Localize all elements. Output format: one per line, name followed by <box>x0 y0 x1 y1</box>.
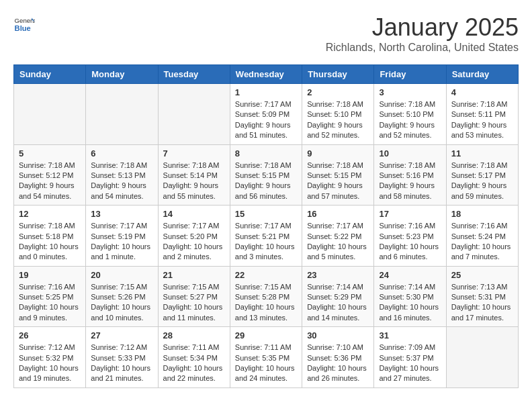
day-number: 9 <box>307 148 369 158</box>
title-section: January 2025 Richlands, North Carolina, … <box>326 13 519 54</box>
calendar-day-29: 29Sunrise: 7:11 AM Sunset: 5:35 PM Dayli… <box>230 327 302 388</box>
calendar-day-3: 3Sunrise: 7:18 AM Sunset: 5:10 PM Daylig… <box>374 84 446 145</box>
day-info: Sunrise: 7:15 AM Sunset: 5:27 PM Dayligh… <box>163 282 225 324</box>
day-number: 23 <box>307 270 369 280</box>
day-number: 1 <box>235 87 297 97</box>
calendar-day-7: 7Sunrise: 7:18 AM Sunset: 5:14 PM Daylig… <box>158 144 230 205</box>
day-info: Sunrise: 7:13 AM Sunset: 5:31 PM Dayligh… <box>451 282 513 324</box>
day-info: Sunrise: 7:18 AM Sunset: 5:17 PM Dayligh… <box>451 161 513 202</box>
weekday-header-monday: Monday <box>86 65 158 84</box>
location-subtitle: Richlands, North Carolina, United States <box>326 42 519 54</box>
calendar-empty-cell <box>158 84 230 145</box>
calendar-day-12: 12Sunrise: 7:18 AM Sunset: 5:18 PM Dayli… <box>14 205 86 267</box>
day-info: Sunrise: 7:10 AM Sunset: 5:36 PM Dayligh… <box>307 342 369 384</box>
calendar-week-row: 12Sunrise: 7:18 AM Sunset: 5:18 PM Dayli… <box>14 205 519 267</box>
generalblue-logo-icon: General Blue <box>13 13 35 35</box>
calendar-day-26: 26Sunrise: 7:12 AM Sunset: 5:32 PM Dayli… <box>14 327 86 388</box>
day-info: Sunrise: 7:18 AM Sunset: 5:15 PM Dayligh… <box>307 161 369 202</box>
day-number: 27 <box>91 330 152 340</box>
day-number: 31 <box>379 330 441 340</box>
calendar-day-17: 17Sunrise: 7:16 AM Sunset: 5:23 PM Dayli… <box>374 205 446 267</box>
calendar-day-15: 15Sunrise: 7:17 AM Sunset: 5:21 PM Dayli… <box>230 205 302 267</box>
day-number: 26 <box>19 330 81 340</box>
day-info: Sunrise: 7:12 AM Sunset: 5:33 PM Dayligh… <box>91 342 152 384</box>
day-info: Sunrise: 7:14 AM Sunset: 5:29 PM Dayligh… <box>307 282 369 324</box>
day-info: Sunrise: 7:15 AM Sunset: 5:28 PM Dayligh… <box>235 282 297 324</box>
calendar-week-row: 26Sunrise: 7:12 AM Sunset: 5:32 PM Dayli… <box>14 327 519 388</box>
day-number: 13 <box>91 209 152 219</box>
calendar-day-21: 21Sunrise: 7:15 AM Sunset: 5:27 PM Dayli… <box>158 266 230 327</box>
day-info: Sunrise: 7:17 AM Sunset: 5:09 PM Dayligh… <box>235 99 297 141</box>
day-number: 28 <box>163 330 225 340</box>
calendar-week-row: 5Sunrise: 7:18 AM Sunset: 5:12 PM Daylig… <box>14 144 519 205</box>
day-number: 5 <box>19 148 81 158</box>
day-info: Sunrise: 7:18 AM Sunset: 5:10 PM Dayligh… <box>307 99 369 141</box>
day-info: Sunrise: 7:09 AM Sunset: 5:37 PM Dayligh… <box>379 342 441 384</box>
day-number: 6 <box>91 148 152 158</box>
calendar-day-4: 4Sunrise: 7:18 AM Sunset: 5:11 PM Daylig… <box>446 84 518 145</box>
weekday-header-sunday: Sunday <box>14 65 86 84</box>
day-number: 10 <box>379 148 441 158</box>
day-number: 22 <box>235 270 297 280</box>
day-number: 7 <box>163 148 225 158</box>
calendar-day-19: 19Sunrise: 7:16 AM Sunset: 5:25 PM Dayli… <box>14 266 86 327</box>
calendar-day-16: 16Sunrise: 7:17 AM Sunset: 5:22 PM Dayli… <box>302 205 374 267</box>
calendar-week-row: 19Sunrise: 7:16 AM Sunset: 5:25 PM Dayli… <box>14 266 519 327</box>
calendar-day-1: 1Sunrise: 7:17 AM Sunset: 5:09 PM Daylig… <box>230 84 302 145</box>
day-number: 25 <box>451 270 513 280</box>
calendar-day-27: 27Sunrise: 7:12 AM Sunset: 5:33 PM Dayli… <box>86 327 158 388</box>
calendar-day-9: 9Sunrise: 7:18 AM Sunset: 5:15 PM Daylig… <box>302 144 374 205</box>
weekday-header-friday: Friday <box>374 65 446 84</box>
day-number: 8 <box>235 148 297 158</box>
day-info: Sunrise: 7:16 AM Sunset: 5:25 PM Dayligh… <box>19 282 81 324</box>
day-info: Sunrise: 7:18 AM Sunset: 5:12 PM Dayligh… <box>19 161 81 202</box>
day-number: 4 <box>451 87 513 97</box>
page-header: General Blue January 2025 Richlands, Nor… <box>13 13 519 54</box>
day-number: 20 <box>91 270 152 280</box>
day-number: 15 <box>235 209 297 219</box>
day-info: Sunrise: 7:18 AM Sunset: 5:13 PM Dayligh… <box>91 161 152 202</box>
day-number: 17 <box>379 209 441 219</box>
calendar-day-30: 30Sunrise: 7:10 AM Sunset: 5:36 PM Dayli… <box>302 327 374 388</box>
calendar-day-18: 18Sunrise: 7:16 AM Sunset: 5:24 PM Dayli… <box>446 205 518 267</box>
day-info: Sunrise: 7:17 AM Sunset: 5:22 PM Dayligh… <box>307 221 369 263</box>
calendar-day-8: 8Sunrise: 7:18 AM Sunset: 5:15 PM Daylig… <box>230 144 302 205</box>
weekday-header-tuesday: Tuesday <box>158 65 230 84</box>
calendar-empty-cell <box>14 84 86 145</box>
calendar-week-row: 1Sunrise: 7:17 AM Sunset: 5:09 PM Daylig… <box>14 84 519 145</box>
calendar-day-13: 13Sunrise: 7:17 AM Sunset: 5:19 PM Dayli… <box>86 205 158 267</box>
calendar-day-11: 11Sunrise: 7:18 AM Sunset: 5:17 PM Dayli… <box>446 144 518 205</box>
day-number: 29 <box>235 330 297 340</box>
day-info: Sunrise: 7:18 AM Sunset: 5:15 PM Dayligh… <box>235 161 297 202</box>
calendar-day-28: 28Sunrise: 7:11 AM Sunset: 5:34 PM Dayli… <box>158 327 230 388</box>
day-info: Sunrise: 7:18 AM Sunset: 5:14 PM Dayligh… <box>163 161 225 202</box>
day-number: 2 <box>307 87 369 97</box>
calendar-day-14: 14Sunrise: 7:17 AM Sunset: 5:20 PM Dayli… <box>158 205 230 267</box>
day-number: 11 <box>451 148 513 158</box>
day-number: 3 <box>379 87 441 97</box>
day-number: 14 <box>163 209 225 219</box>
day-info: Sunrise: 7:18 AM Sunset: 5:18 PM Dayligh… <box>19 221 81 263</box>
weekday-header-wednesday: Wednesday <box>230 65 302 84</box>
day-number: 21 <box>163 270 225 280</box>
day-number: 24 <box>379 270 441 280</box>
weekday-header-saturday: Saturday <box>446 65 518 84</box>
day-number: 30 <box>307 330 369 340</box>
day-info: Sunrise: 7:18 AM Sunset: 5:10 PM Dayligh… <box>379 99 441 141</box>
calendar-day-6: 6Sunrise: 7:18 AM Sunset: 5:13 PM Daylig… <box>86 144 158 205</box>
day-info: Sunrise: 7:11 AM Sunset: 5:35 PM Dayligh… <box>235 342 297 384</box>
calendar-day-23: 23Sunrise: 7:14 AM Sunset: 5:29 PM Dayli… <box>302 266 374 327</box>
calendar-empty-cell <box>446 327 518 388</box>
day-number: 18 <box>451 209 513 219</box>
day-info: Sunrise: 7:15 AM Sunset: 5:26 PM Dayligh… <box>91 282 152 324</box>
calendar-day-20: 20Sunrise: 7:15 AM Sunset: 5:26 PM Dayli… <box>86 266 158 327</box>
day-info: Sunrise: 7:16 AM Sunset: 5:24 PM Dayligh… <box>451 221 513 263</box>
calendar-day-10: 10Sunrise: 7:18 AM Sunset: 5:16 PM Dayli… <box>374 144 446 205</box>
day-number: 19 <box>19 270 81 280</box>
calendar-day-2: 2Sunrise: 7:18 AM Sunset: 5:10 PM Daylig… <box>302 84 374 145</box>
calendar-table: SundayMondayTuesdayWednesdayThursdayFrid… <box>13 64 519 388</box>
month-title: January 2025 <box>326 13 519 42</box>
day-info: Sunrise: 7:18 AM Sunset: 5:16 PM Dayligh… <box>379 161 441 202</box>
calendar-day-25: 25Sunrise: 7:13 AM Sunset: 5:31 PM Dayli… <box>446 266 518 327</box>
day-info: Sunrise: 7:16 AM Sunset: 5:23 PM Dayligh… <box>379 221 441 263</box>
